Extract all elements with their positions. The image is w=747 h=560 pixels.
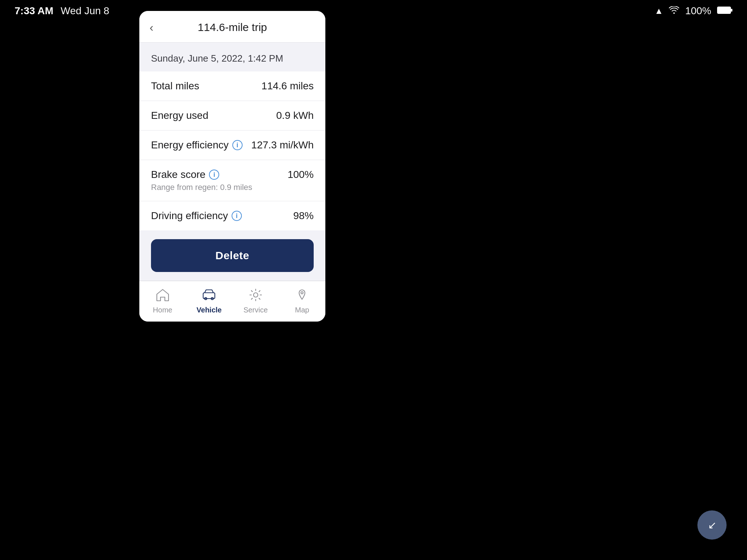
brake-score-label: Brake score [151, 169, 205, 180]
brake-score-left: Brake score i [151, 169, 219, 180]
energy-used-left: Energy used [151, 110, 208, 121]
status-time: 7:33 AM [15, 5, 53, 17]
trip-date-row: Sunday, June 5, 2022, 1:42 PM [139, 43, 325, 71]
driving-efficiency-info-icon[interactable]: i [232, 211, 242, 221]
energy-efficiency-info-icon[interactable]: i [232, 140, 243, 150]
trip-detail-modal: ‹ 114.6-mile trip Sunday, June 5, 2022, … [139, 11, 325, 322]
energy-used-label: Energy used [151, 110, 208, 121]
bottom-nav: Home Vehicle [139, 281, 325, 322]
status-date: Wed Jun 8 [61, 5, 109, 17]
svg-point-6 [301, 292, 303, 294]
nav-item-vehicle[interactable]: Vehicle [194, 287, 224, 314]
driving-efficiency-left: Driving efficiency i [151, 210, 242, 222]
modal-title: 114.6-mile trip [198, 21, 267, 34]
status-bar: 7:33 AM Wed Jun 8 ▲ 100% [0, 0, 747, 22]
delete-button[interactable]: Delete [151, 239, 314, 272]
modal-content: Sunday, June 5, 2022, 1:42 PM Total mile… [139, 43, 325, 322]
map-icon [294, 287, 310, 303]
svg-point-5 [253, 293, 258, 297]
nav-item-map[interactable]: Map [287, 287, 317, 314]
location-icon: ▲ [655, 6, 663, 16]
nav-label-home: Home [153, 306, 172, 314]
energy-efficiency-left: Energy efficiency i [151, 139, 243, 151]
home-icon [155, 287, 171, 303]
driving-efficiency-row: Driving efficiency i 98% [139, 201, 325, 230]
total-miles-label: Total miles [151, 80, 199, 92]
fab-button[interactable]: ↙ [697, 510, 727, 540]
driving-efficiency-label: Driving efficiency [151, 210, 228, 222]
energy-efficiency-value: 127.3 mi/kWh [251, 139, 314, 151]
nav-label-service: Service [243, 306, 268, 314]
wifi-icon [669, 5, 679, 17]
nav-label-map: Map [295, 306, 309, 314]
total-miles-row: Total miles 114.6 miles [139, 71, 325, 101]
back-button[interactable]: ‹ [150, 22, 154, 33]
energy-used-value: 0.9 kWh [276, 110, 314, 121]
data-section: Total miles 114.6 miles Energy used 0.9 … [139, 71, 325, 230]
nav-item-home[interactable]: Home [148, 287, 177, 314]
nav-item-service[interactable]: Service [241, 287, 270, 314]
energy-used-row: Energy used 0.9 kWh [139, 101, 325, 131]
svg-rect-0 [717, 7, 731, 13]
total-miles-value: 114.6 miles [262, 80, 314, 92]
brake-score-value: 100% [287, 169, 314, 180]
battery-icon [717, 5, 732, 17]
svg-rect-1 [731, 9, 732, 12]
driving-efficiency-value: 98% [293, 210, 314, 222]
trip-date: Sunday, June 5, 2022, 1:42 PM [151, 53, 283, 64]
battery-percent: 100% [685, 5, 711, 17]
nav-label-vehicle: Vehicle [197, 306, 222, 314]
service-icon [248, 287, 264, 303]
vehicle-icon [201, 287, 217, 303]
brake-score-row: Brake score i 100% Range from regen: 0.9… [139, 160, 325, 201]
total-miles-left: Total miles [151, 80, 199, 92]
energy-efficiency-label: Energy efficiency [151, 139, 229, 151]
fab-arrow-icon: ↙ [708, 519, 716, 531]
brake-score-sub-label: Range from regen: 0.9 miles [151, 183, 314, 192]
delete-section: Delete [139, 230, 325, 281]
energy-efficiency-row: Energy efficiency i 127.3 mi/kWh [139, 131, 325, 160]
brake-score-main: Brake score i 100% [151, 169, 314, 180]
brake-score-info-icon[interactable]: i [209, 170, 219, 180]
